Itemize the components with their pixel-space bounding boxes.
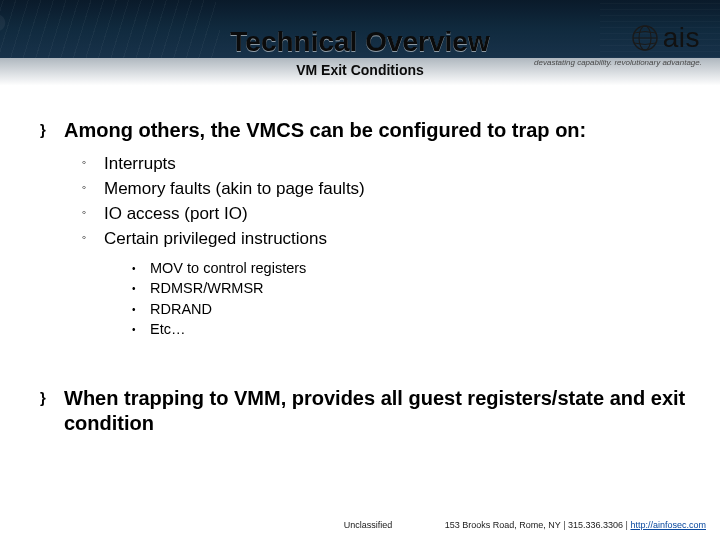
- bullet-marker: •: [132, 304, 136, 315]
- company-logo: ais: [631, 22, 700, 54]
- bullet-marker: }: [40, 390, 46, 405]
- bullet-level2: ◦ Memory faults (akin to page faults): [82, 178, 686, 201]
- footer-separator: |: [563, 520, 565, 530]
- bullet-level2: ◦ Interrupts: [82, 153, 686, 176]
- bullet-text: Among others, the VMCS can be configured…: [64, 118, 686, 143]
- sublist: ◦ Interrupts ◦ Memory faults (akin to pa…: [82, 153, 686, 340]
- footer: Unclassified 153 Brooks Road, Rome, NY |…: [0, 520, 706, 530]
- bullet-text: MOV to control registers: [150, 260, 306, 276]
- logo-text: ais: [663, 22, 700, 54]
- footer-url-link[interactable]: http://ainfosec.com: [630, 520, 706, 530]
- bullet-level1: } When trapping to VMM, provides all gue…: [40, 386, 686, 436]
- bullet-marker: }: [40, 122, 46, 137]
- header: Technical Overview VM Exit Conditions ai…: [0, 0, 720, 104]
- bullet-marker: •: [132, 263, 136, 274]
- bullet-level1: } Among others, the VMCS can be configur…: [40, 118, 686, 340]
- sub-sublist: • MOV to control registers • RDMSR/WRMSR…: [132, 259, 686, 340]
- globe-icon: [631, 24, 659, 52]
- logo-tagline: devastating capability. revolutionary ad…: [534, 58, 702, 67]
- slide-title: Technical Overview: [0, 26, 720, 58]
- bullet-level3: • MOV to control registers: [132, 259, 686, 279]
- bullet-level2: ◦ IO access (port IO): [82, 203, 686, 226]
- bullet-marker: ◦: [82, 205, 86, 219]
- bullet-level2: ◦ Certain privileged instructions • MOV …: [82, 228, 686, 340]
- slide: Technical Overview VM Exit Conditions ai…: [0, 0, 720, 540]
- classification-label: Unclassified: [344, 520, 393, 530]
- footer-address: 153 Brooks Road, Rome, NY: [445, 520, 561, 530]
- bullet-text: IO access (port IO): [104, 204, 248, 223]
- bullet-text: Etc…: [150, 321, 185, 337]
- bullet-text: RDRAND: [150, 301, 212, 317]
- bullet-marker: ◦: [82, 155, 86, 169]
- bullet-marker: ◦: [82, 180, 86, 194]
- slide-body: } Among others, the VMCS can be configur…: [40, 118, 686, 442]
- bullet-marker: ◦: [82, 230, 86, 244]
- bullet-level3: • RDRAND: [132, 300, 686, 320]
- bullet-marker: •: [132, 324, 136, 335]
- bullet-level3: • RDMSR/WRMSR: [132, 279, 686, 299]
- bullet-marker: •: [132, 283, 136, 294]
- bullet-text: When trapping to VMM, provides all guest…: [64, 386, 686, 436]
- bullet-text: Interrupts: [104, 154, 176, 173]
- bullet-level3: • Etc…: [132, 320, 686, 340]
- footer-phone: 315.336.3306: [568, 520, 623, 530]
- bullet-text: RDMSR/WRMSR: [150, 280, 264, 296]
- footer-separator: |: [626, 520, 628, 530]
- bullet-text: Memory faults (akin to page faults): [104, 179, 365, 198]
- bullet-text: Certain privileged instructions: [104, 229, 327, 248]
